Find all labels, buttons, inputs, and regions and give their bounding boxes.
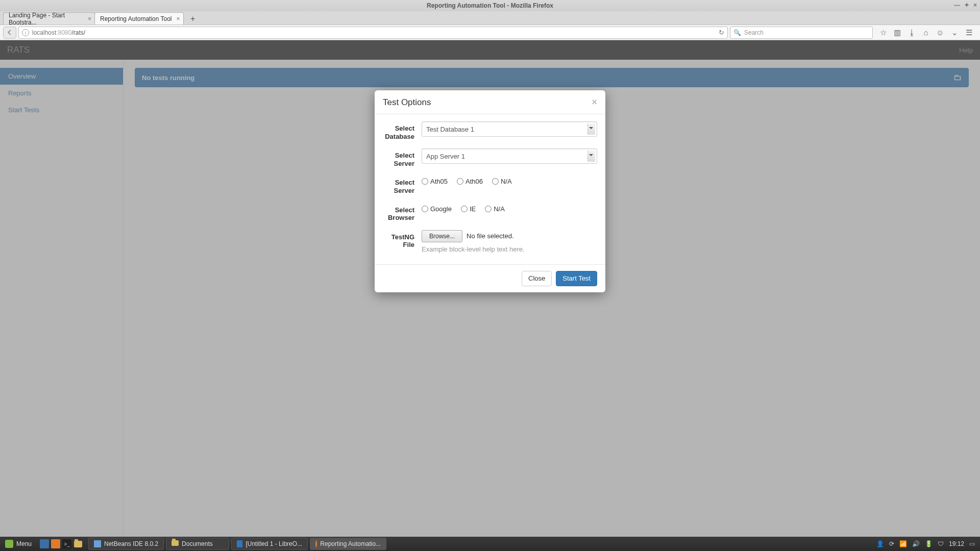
close-window-icon[interactable]: × [973,2,977,9]
form-row-database: Select Database Test Database 1 [383,121,597,140]
window-titlebar: Reporting Automation Tool - Mozilla Fire… [0,0,980,11]
back-button[interactable] [3,27,16,39]
label-server: Select Server [383,148,422,167]
tab-label: Reporting Automation Tool [100,15,172,22]
search-placeholder: Search [744,29,764,36]
search-bar[interactable]: 🔍 Search [730,27,873,39]
new-tab-button[interactable]: + [186,13,200,24]
form-row-file: TestNG File Browse... No file selected. … [383,230,597,253]
taskbar-task[interactable]: NetBeans IDE 8.0.2 [88,538,164,550]
menu-label: Menu [16,540,32,547]
start-menu-button[interactable]: Menu [0,537,37,551]
network-icon[interactable]: 📶 [899,540,907,547]
libreoffice-icon [237,540,242,547]
chevron-left-icon [7,30,13,35]
radio-ie[interactable]: IE [461,205,476,213]
task-label: [Untitled 1 - LibreO... [246,540,302,547]
bookmark-star-icon[interactable]: ☆ [879,28,887,37]
modal-title: Test Options [383,97,431,108]
form-row-server-radio: Select Server Ath05 Ath06 N/A [383,176,597,194]
pocket-icon[interactable]: ⌄ [950,28,959,37]
quick-launch: >_ [37,539,86,548]
terminal-launcher-icon[interactable]: >_ [62,539,71,548]
window-controls: — ✦ × [954,2,977,9]
help-text: Example block-level help text here. [422,245,597,253]
select-value: App Server 1 [426,153,465,160]
folder-icon [172,540,179,547]
modal-body: Select Database Test Database 1 Select S… [375,114,605,264]
select-database[interactable]: Test Database 1 [422,121,597,137]
reload-icon[interactable]: ↻ [719,29,724,36]
label-file: TestNG File [383,230,422,253]
home-icon[interactable]: ⌂ [922,28,930,37]
user-icon[interactable]: 👤 [876,540,884,547]
modal-footer: Close Start Test [375,264,605,292]
browser-tab[interactable]: Reporting Automation Tool × [94,12,184,24]
shield-icon[interactable]: 🛡 [938,540,944,547]
close-tab-icon[interactable]: × [88,15,91,22]
radio-ath06[interactable]: Ath06 [457,178,483,185]
close-tab-icon[interactable]: × [177,15,180,22]
test-options-modal: Test Options × Select Database Test Data… [375,90,605,292]
label-database: Select Database [383,121,422,140]
label-browser: Select Browser [383,203,422,222]
url-bar[interactable]: i localhost:8080/rats/ ↻ [18,27,728,39]
chevron-down-icon [589,127,593,131]
taskbar-task[interactable]: [Untitled 1 - LibreO... [231,538,308,550]
mint-logo-icon [5,540,13,548]
url-text: localhost:8080/rats/ [32,29,85,36]
task-label: Documents [182,540,213,547]
files-launcher-icon[interactable] [74,539,83,548]
update-icon[interactable]: ⟳ [889,540,894,547]
maximize-icon[interactable]: ✦ [964,2,969,9]
search-icon: 🔍 [733,29,741,36]
minimize-icon[interactable]: — [954,2,960,9]
show-desktop-icon[interactable] [40,539,49,548]
face-icon[interactable]: ☺ [936,28,944,37]
menu-icon[interactable]: ☰ [965,28,973,37]
firefox-launcher-icon[interactable] [51,539,60,548]
chevron-down-icon [589,154,593,158]
browser-tabstrip: Landing Page - Start Bootstra... × Repor… [0,11,980,25]
radio-ath05[interactable]: Ath05 [422,178,448,185]
browse-button[interactable]: Browse... [422,230,462,242]
form-row-browser: Select Browser Google IE N/A [383,203,597,222]
task-label: NetBeans IDE 8.0.2 [104,540,158,547]
taskbar-tasks: NetBeans IDE 8.0.2 Documents [Untitled 1… [86,538,387,550]
volume-icon[interactable]: 🔊 [912,540,920,547]
file-status: No file selected. [467,232,514,240]
radio-brw-na[interactable]: N/A [485,205,505,213]
close-button[interactable]: Close [522,271,552,286]
modal-header: Test Options × [375,90,605,114]
netbeans-icon [94,540,101,547]
taskbar-task[interactable]: Documents [166,538,229,550]
downloads-icon[interactable]: ⭳ [908,28,916,37]
battery-icon[interactable]: 🔋 [925,540,933,547]
tab-label: Landing Page - Start Bootstra... [9,12,83,26]
radio-google[interactable]: Google [422,205,452,213]
form-row-server: Select Server App Server 1 [383,148,597,167]
os-taskbar: Menu >_ NetBeans IDE 8.0.2 Documents [Un… [0,537,980,551]
clock[interactable]: 19:12 [949,540,964,547]
task-label: Reporting Automatio... [320,540,381,547]
window-title: Reporting Automation Tool - Mozilla Fire… [427,2,553,9]
close-icon[interactable]: × [592,97,597,107]
taskbar-task[interactable]: Reporting Automatio... [310,538,386,550]
radio-srv-na[interactable]: N/A [492,178,512,185]
start-test-button[interactable]: Start Test [556,271,597,286]
library-icon[interactable]: ▥ [893,28,901,37]
browser-tab[interactable]: Landing Page - Start Bootstra... × [3,12,95,24]
info-icon[interactable]: i [22,29,29,36]
select-server[interactable]: App Server 1 [422,148,597,164]
show-desktop-icon[interactable]: ▭ [969,540,975,547]
page-viewport: RATS Help Overview Reports Start Tests N… [0,40,980,537]
system-tray: 👤 ⟳ 📶 🔊 🔋 🛡 19:12 ▭ [871,540,980,547]
select-value: Test Database 1 [426,126,474,133]
label-server2: Select Server [383,176,422,194]
browser-nav-toolbar: i localhost:8080/rats/ ↻ 🔍 Search ☆ ▥ ⭳ … [0,25,980,40]
toolbar-icons: ☆ ▥ ⭳ ⌂ ☺ ⌄ ☰ [875,28,977,37]
firefox-icon [315,540,317,547]
